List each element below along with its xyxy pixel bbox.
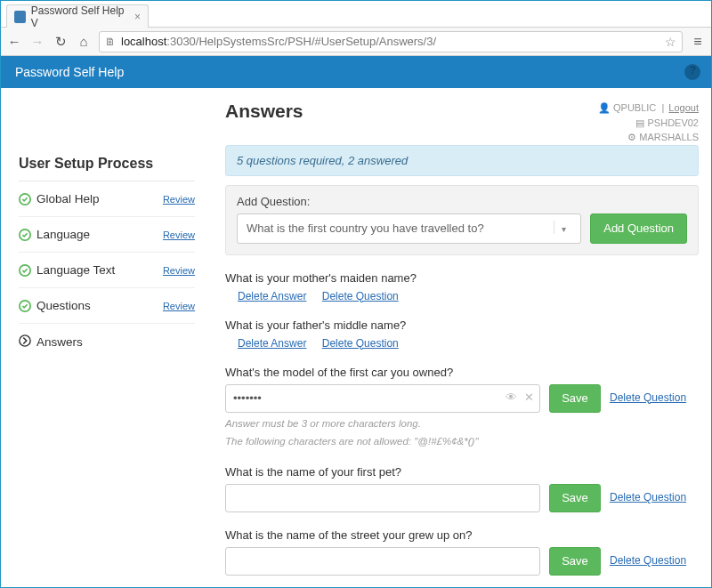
svg-point-4 xyxy=(20,334,30,345)
page-title: Answers xyxy=(225,101,303,122)
eye-icon[interactable]: 👁 xyxy=(506,391,517,404)
add-question-button[interactable]: Add Question xyxy=(590,213,687,244)
sidebar: User Setup Process Global Help Review La… xyxy=(10,95,198,587)
company-name: MARSHALLS xyxy=(639,132,699,142)
main-panel: Answers 👤 QPUBLIC | Logout ▤ PSHDEV02 xyxy=(198,95,702,587)
server-name: PSHDEV02 xyxy=(648,117,699,128)
answer-input[interactable] xyxy=(225,484,540,512)
forward-icon[interactable]: → xyxy=(29,34,45,49)
url-path: :3030/HelpSystemsSrc/PSH/#UserSetup/Answ… xyxy=(166,35,436,48)
clear-icon[interactable]: ✕ xyxy=(524,391,534,404)
delete-question-link[interactable]: Delete Question xyxy=(322,337,399,350)
browser-menu-icon[interactable]: ≡ xyxy=(690,34,706,50)
answer-hint: Answer must be 3 or more characters long… xyxy=(225,416,699,431)
tab-close-icon[interactable]: × xyxy=(134,11,141,23)
bookmark-star-icon[interactable]: ☆ xyxy=(665,35,676,49)
answered-question: What is your mother's maiden name? Delet… xyxy=(225,271,699,302)
answer-hint: The following characters are not allowed… xyxy=(225,434,699,449)
sidebar-item-answers[interactable]: Answers xyxy=(19,324,195,359)
sidebar-item-label: Language Text xyxy=(36,263,115,277)
question-text: What is the name of the street your grew… xyxy=(225,528,699,542)
browser-tabstrip: Password Self Help V × xyxy=(1,1,711,28)
user-icon: 👤 xyxy=(598,102,611,113)
delete-question-link[interactable]: Delete Question xyxy=(610,491,686,503)
app-viewport: Password Self Help User Setup Process Gl… xyxy=(1,56,711,587)
editing-question: What's the model of the first car you ow… xyxy=(225,366,699,449)
sidebar-item-global-help[interactable]: Global Help Review xyxy=(19,181,195,217)
check-icon xyxy=(19,264,31,277)
user-meta: 👤 QPUBLIC | Logout ▤ PSHDEV02 ⚙ MARSHALL… xyxy=(598,101,699,145)
question-select[interactable]: What is the first country you have trave… xyxy=(237,213,581,244)
delete-answer-link[interactable]: Delete Answer xyxy=(238,337,306,350)
add-question-panel: Add Question: What is the first country … xyxy=(225,185,699,255)
status-alert: 5 questions required, 2 answered xyxy=(225,145,699,176)
question-text: What is the name of your first pet? xyxy=(225,465,699,479)
unanswered-question: What is the name of the street your grew… xyxy=(225,528,699,576)
sidebar-item-language-text[interactable]: Language Text Review xyxy=(19,253,195,288)
sidebar-item-label: Answers xyxy=(36,335,83,349)
logout-link[interactable]: Logout xyxy=(668,102,699,113)
review-link[interactable]: Review xyxy=(163,194,195,205)
review-link[interactable]: Review xyxy=(163,265,195,276)
sidebar-item-label: Questions xyxy=(36,299,91,312)
sidebar-item-label: Language xyxy=(36,228,90,241)
url-host: localhost xyxy=(121,35,166,48)
user-name: QPUBLIC xyxy=(613,102,656,113)
unanswered-question: What is the name of your first pet? Save… xyxy=(225,465,699,512)
delete-question-link[interactable]: Delete Question xyxy=(610,554,686,567)
check-icon xyxy=(19,300,31,312)
browser-tab-title: Password Self Help V xyxy=(31,4,125,29)
answer-input-value: ••••••• xyxy=(233,391,262,405)
answer-input[interactable] xyxy=(225,547,540,576)
server-icon: ▤ xyxy=(635,117,644,128)
page-icon: 🗎 xyxy=(105,36,116,48)
question-text: What's the model of the first car you ow… xyxy=(225,366,699,379)
answered-question: What is your father's middle name? Delet… xyxy=(225,318,699,350)
browser-tab[interactable]: Password Self Help V × xyxy=(6,4,149,28)
sidebar-title: User Setup Process xyxy=(19,150,195,181)
sidebar-item-language[interactable]: Language Review xyxy=(19,217,195,253)
delete-answer-link[interactable]: Delete Answer xyxy=(238,290,306,302)
delete-question-link[interactable]: Delete Question xyxy=(610,391,686,404)
browser-toolbar: ← → ↻ ⌂ 🗎 localhost:3030/HelpSystemsSrc/… xyxy=(1,28,711,56)
question-select-value: What is the first country you have trave… xyxy=(247,222,484,235)
review-link[interactable]: Review xyxy=(163,230,195,240)
app-title: Password Self Help xyxy=(15,65,124,79)
browser-window: — ☐ ✕ Password Self Help V × ← → ↻ ⌂ 🗎 l… xyxy=(0,0,712,588)
review-link[interactable]: Review xyxy=(163,301,195,311)
reload-icon[interactable]: ↻ xyxy=(53,34,69,50)
home-icon[interactable]: ⌂ xyxy=(76,34,92,49)
delete-question-link[interactable]: Delete Question xyxy=(322,290,399,302)
sidebar-item-label: Global Help xyxy=(36,192,100,205)
question-text: What is your father's middle name? xyxy=(225,318,699,332)
answer-input[interactable]: ••••••• 👁 ✕ xyxy=(225,384,540,413)
favicon-icon xyxy=(14,11,26,23)
check-icon xyxy=(19,229,31,241)
check-icon xyxy=(19,193,31,205)
sidebar-item-questions[interactable]: Questions Review xyxy=(19,288,195,324)
save-button[interactable]: Save xyxy=(549,547,601,576)
add-question-label: Add Question: xyxy=(237,195,687,208)
arrow-right-icon xyxy=(19,334,31,350)
app-header: Password Self Help xyxy=(1,56,711,88)
save-button[interactable]: Save xyxy=(549,484,601,512)
save-button[interactable]: Save xyxy=(549,384,601,413)
question-text: What is your mother's maiden name? xyxy=(225,271,699,285)
company-icon: ⚙ xyxy=(627,132,636,142)
help-icon[interactable] xyxy=(684,64,700,80)
back-icon[interactable]: ← xyxy=(6,34,22,49)
address-bar[interactable]: 🗎 localhost:3030/HelpSystemsSrc/PSH/#Use… xyxy=(99,31,683,52)
chevron-down-icon: ▾ xyxy=(554,221,573,234)
